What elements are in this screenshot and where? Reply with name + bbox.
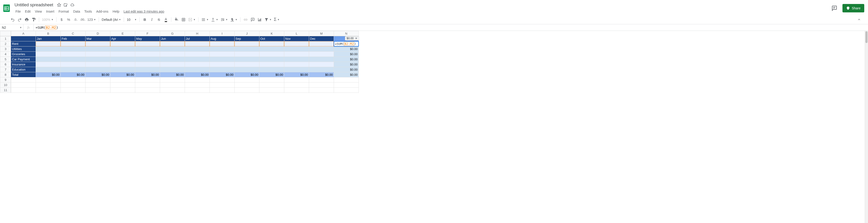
filter-dropdown[interactable]: ▼	[264, 16, 273, 23]
select-all-corner[interactable]	[0, 31, 11, 36]
cell-L2[interactable]	[284, 41, 309, 46]
cell-K2[interactable]	[259, 41, 284, 46]
col-header-L[interactable]: L	[284, 31, 309, 36]
vertical-align-dropdown[interactable]: ▼	[210, 16, 219, 23]
formula-input[interactable]: =SUM(B2:M2)	[34, 26, 868, 30]
cell-J2[interactable]	[235, 41, 259, 46]
cell-B1[interactable]: Jan	[36, 36, 61, 41]
borders-button[interactable]	[180, 16, 187, 23]
cell-N3[interactable]: $0.00	[334, 46, 359, 52]
font-size-dropdown[interactable]: 10▼	[126, 16, 137, 23]
cell-N5[interactable]: $0.00	[334, 57, 359, 62]
row-header-4[interactable]: 4	[0, 52, 11, 57]
cell-editor[interactable]: =SUM(B2:M2)	[334, 41, 359, 46]
cell-F1[interactable]: May	[135, 36, 160, 41]
merge-cells-dropdown[interactable]: ▼	[187, 16, 196, 23]
comments-icon[interactable]	[830, 4, 839, 13]
cell-F2[interactable]	[135, 41, 160, 46]
insert-chart-button[interactable]	[256, 16, 263, 23]
more-formats-dropdown[interactable]: 123▼	[87, 16, 97, 23]
cell-N2[interactable]: $0.00 ✕ =SUM(B2:M2)	[334, 41, 359, 46]
menu-tools[interactable]: Tools	[83, 9, 94, 14]
collapse-toolbar-icon[interactable]	[856, 16, 862, 23]
cell-K1[interactable]: Oct	[259, 36, 284, 41]
cell-M2[interactable]	[309, 41, 334, 46]
cell-A8[interactable]: Total	[11, 72, 36, 77]
paint-format-button[interactable]	[30, 16, 37, 23]
sheets-logo[interactable]	[2, 3, 11, 13]
menu-insert[interactable]: Insert	[44, 9, 56, 14]
row-header-2[interactable]: 2	[0, 41, 11, 46]
cell-G8[interactable]: $0.00	[160, 72, 185, 77]
cell-A1[interactable]	[11, 36, 36, 41]
cell-N4[interactable]: $0.00	[334, 52, 359, 57]
col-header-C[interactable]: C	[61, 31, 86, 36]
menu-addons[interactable]: Add-ons	[94, 9, 110, 14]
functions-dropdown[interactable]: Σ▼	[273, 16, 280, 23]
cell-A3[interactable]: Utilities	[11, 46, 36, 52]
font-family-dropdown[interactable]: Default (Ari…▼	[101, 16, 122, 23]
undo-button[interactable]	[9, 16, 16, 23]
menu-view[interactable]: View	[33, 9, 44, 14]
cell-N6[interactable]: $0.00	[334, 62, 359, 67]
row-header-8[interactable]: 8	[0, 72, 11, 77]
cell-F8[interactable]: $0.00	[135, 72, 160, 77]
col-header-M[interactable]: M	[309, 31, 334, 36]
cell-I2[interactable]	[210, 41, 235, 46]
cell-A4[interactable]: Groceries	[11, 52, 36, 57]
decrease-decimal-button[interactable]: .0_	[72, 16, 79, 23]
text-wrap-dropdown[interactable]: ▼	[220, 16, 229, 23]
col-header-E[interactable]: E	[111, 31, 135, 36]
col-header-D[interactable]: D	[86, 31, 111, 36]
spreadsheet-grid[interactable]: A B C D E F G H I J K L M N 1 Jan Feb Ma…	[0, 31, 868, 223]
vertical-scrollbar[interactable]	[865, 31, 868, 223]
cell-C2[interactable]	[61, 41, 86, 46]
share-button[interactable]: Share	[842, 4, 864, 12]
strikethrough-button[interactable]: S	[156, 16, 162, 23]
cell-L1[interactable]: Nov	[284, 36, 309, 41]
row-header-7[interactable]: 7	[0, 67, 11, 72]
cell-D2[interactable]	[86, 41, 111, 46]
menu-edit[interactable]: Edit	[23, 9, 33, 14]
cell-B2[interactable]	[36, 41, 61, 46]
menu-format[interactable]: Format	[57, 9, 71, 14]
text-color-button[interactable]: A	[163, 16, 169, 23]
col-header-A[interactable]: A	[11, 31, 36, 36]
col-header-K[interactable]: K	[259, 31, 284, 36]
name-box[interactable]: N2▼	[0, 24, 24, 31]
cell-I8[interactable]: $0.00	[210, 72, 235, 77]
cell-G2[interactable]	[160, 41, 185, 46]
cell-G1[interactable]: Jun	[160, 36, 185, 41]
cell-A6[interactable]: Insurance	[11, 62, 36, 67]
cell-N7[interactable]: $0.00	[334, 67, 359, 72]
star-icon[interactable]	[57, 3, 61, 7]
format-percent-button[interactable]: %	[65, 16, 72, 23]
cell-N8[interactable]: $0.00	[334, 72, 359, 77]
cell-H1[interactable]: Jul	[185, 36, 210, 41]
col-header-G[interactable]: G	[160, 31, 185, 36]
cell-C8[interactable]: $0.00	[61, 72, 86, 77]
cell-A5[interactable]: Car Payment	[11, 57, 36, 62]
cell-M1[interactable]: Dec	[309, 36, 334, 41]
cell-B8[interactable]: $0.00	[36, 72, 61, 77]
scrollbar-thumb[interactable]	[865, 31, 868, 43]
document-title[interactable]: Untitled spreadsheet	[13, 2, 55, 8]
cell-J1[interactable]: Sep	[235, 36, 259, 41]
cell-A7[interactable]: Education	[11, 67, 36, 72]
row-header-10[interactable]: 10	[0, 82, 11, 88]
col-header-I[interactable]: I	[210, 31, 235, 36]
horizontal-align-dropdown[interactable]: ▼	[200, 16, 210, 23]
col-header-J[interactable]: J	[235, 31, 259, 36]
cell-E1[interactable]: Apr	[111, 36, 135, 41]
cell-C1[interactable]: Feb	[61, 36, 86, 41]
italic-button[interactable]: I	[149, 16, 155, 23]
row-header-3[interactable]: 3	[0, 46, 11, 52]
row-header-9[interactable]: 9	[0, 77, 11, 82]
last-edit-link[interactable]: Last edit was 3 minutes ago	[122, 9, 166, 14]
row-header-1[interactable]: 1	[0, 36, 11, 41]
menu-file[interactable]: File	[13, 9, 23, 14]
cell-E8[interactable]: $0.00	[111, 72, 135, 77]
cell-H2[interactable]	[185, 41, 210, 46]
col-header-F[interactable]: F	[135, 31, 160, 36]
print-button[interactable]	[24, 16, 30, 23]
